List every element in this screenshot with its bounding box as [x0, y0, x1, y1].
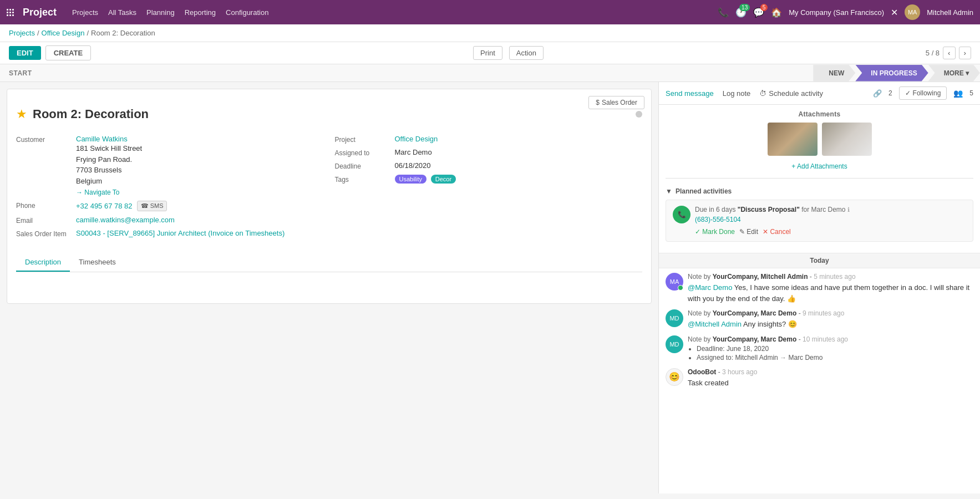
deadline-label: Deadline	[335, 161, 390, 170]
breadcrumb-projects[interactable]: Projects	[9, 29, 35, 37]
project-label: Project	[335, 135, 390, 144]
activity-title: "Discuss Proposal"	[738, 206, 800, 213]
mark-done-button[interactable]: ✓ Mark Done	[695, 228, 735, 236]
main-layout: $ Sales Order ★ Room 2: Decoration Custo…	[0, 82, 980, 493]
project-value[interactable]: Office Design	[395, 135, 438, 143]
log-avatar-1: MA	[666, 273, 683, 291]
log-body-2: @Mitchell Admin Any insights? 😊	[688, 319, 973, 330]
email-field: Email camille.watkins@example.com	[16, 216, 324, 225]
pagination: 5 / 8	[926, 49, 940, 57]
create-button[interactable]: CREATE	[45, 45, 91, 60]
menu-reporting[interactable]: Reporting	[185, 8, 216, 17]
edit-button[interactable]: EDIT	[9, 46, 41, 60]
log-entry-3: MD Note by YourCompany, Marc Demo - 10 m…	[666, 335, 973, 363]
assigned-to-field: Assigned to Marc Demo	[335, 148, 643, 157]
log-entry-4: 😊 OdooBot - 3 hours ago Task created	[666, 368, 973, 389]
stage-more[interactable]: MORE ▾	[928, 65, 980, 82]
start-button[interactable]: START	[9, 69, 32, 77]
username[interactable]: Mitchell Admin	[927, 8, 973, 17]
user-avatar[interactable]: MA	[905, 4, 920, 20]
company-selector[interactable]: My Company (San Francisco)	[789, 8, 884, 17]
email-value[interactable]: camille.watkins@example.com	[76, 216, 175, 224]
calendar-badge: 13	[739, 4, 750, 11]
close-icon[interactable]: ✕	[891, 7, 898, 18]
right-panel: Send message Log note ⏱ Schedule activit…	[658, 82, 980, 493]
change-item-1: Deadline: June 18, 2020	[697, 345, 973, 353]
attachment-2[interactable]	[822, 123, 872, 156]
task-title: Room 2: Decoration	[33, 107, 149, 121]
activity-card: 📞 Due in 6 days "Discuss Proposal" for M…	[666, 200, 973, 242]
navigate-to-link[interactable]: → Navigate To	[76, 189, 142, 196]
star-icon[interactable]: ★	[16, 107, 27, 121]
menu-projects[interactable]: Projects	[72, 8, 98, 17]
send-message-button[interactable]: Send message	[666, 89, 714, 98]
task-fields: Customer Camille Watkins 181 Swick Hill …	[16, 135, 642, 242]
log-note-button[interactable]: Log note	[723, 89, 751, 98]
customer-address-2: Frying Pan Road.	[76, 154, 142, 165]
cancel-activity-button[interactable]: ✕ Cancel	[763, 228, 791, 236]
log-meta-1: Note by YourCompany, Mitchell Admin - 5 …	[688, 273, 973, 281]
calendar-icon[interactable]: 🕐 13	[735, 7, 747, 18]
customer-address-1: 181 Swick Hill Street	[76, 143, 142, 154]
dollar-icon: $	[596, 99, 600, 106]
phone-icon[interactable]: 📞	[718, 7, 729, 18]
members-count: 5	[969, 89, 973, 97]
log-meta-3: Note by YourCompany, Marc Demo - 10 minu…	[688, 335, 973, 343]
log-content-2: Note by YourCompany, Marc Demo - 9 minut…	[688, 309, 973, 330]
phone-label: Phone	[16, 201, 72, 210]
sms-button[interactable]: ☎ SMS	[137, 201, 167, 211]
menu-planning[interactable]: Planning	[146, 8, 175, 17]
activity-due: Due in 6 days	[695, 206, 735, 213]
activity-header: 📞 Due in 6 days "Discuss Proposal" for M…	[673, 206, 966, 223]
attachments-title: Attachments	[666, 105, 973, 123]
task-card: $ Sales Order ★ Room 2: Decoration Custo…	[7, 89, 652, 304]
log-meta-4: OdooBot - 3 hours ago	[688, 368, 973, 376]
today-header: Today	[659, 253, 980, 268]
add-attachments-button[interactable]: + Add Attachments	[666, 160, 973, 176]
stage-new[interactable]: NEW	[813, 65, 855, 82]
change-item-2: Assigned to: Mitchell Admin → Marc Demo	[697, 354, 973, 361]
sales-order-item-value[interactable]: S00043 - [SERV_89665] Junior Architect (…	[76, 229, 285, 237]
clock-icon: ⏱	[759, 89, 766, 98]
tag-decor[interactable]: Decor	[431, 175, 456, 184]
tag-usability[interactable]: Usability	[395, 175, 427, 184]
phone-field: Phone +32 495 67 78 82 ☎ SMS	[16, 201, 324, 211]
apps-menu-icon[interactable]	[7, 9, 14, 16]
customer-name[interactable]: Camille Watkins	[76, 135, 142, 143]
members-icon: 👥	[953, 89, 963, 98]
menu-configuration[interactable]: Configuration	[226, 8, 268, 17]
breadcrumb-office-design[interactable]: Office Design	[42, 29, 85, 37]
deadline-value: 06/18/2020	[395, 161, 431, 170]
settings-icon[interactable]: 🏠	[771, 7, 782, 18]
log-time-1: 5 minutes ago	[814, 273, 855, 281]
chat-icon[interactable]: 💬 5	[753, 7, 764, 18]
task-tabs: Description Timesheets	[16, 253, 642, 272]
log-author-1: YourCompany, Mitchell Admin	[713, 273, 808, 281]
link-icon: 🔗	[873, 89, 882, 98]
prev-button[interactable]: ‹	[943, 47, 955, 59]
chatter-body: Attachments + Add Attachments ▼ Planned …	[659, 105, 980, 493]
sales-order-button[interactable]: $ Sales Order	[588, 96, 644, 109]
menu-all-tasks[interactable]: All Tasks	[108, 8, 136, 17]
customer-label: Customer	[16, 135, 72, 144]
tags-field: Tags Usability Decor	[335, 175, 643, 184]
top-menu: Projects All Tasks Planning Reporting Co…	[72, 8, 268, 17]
action-button[interactable]: Action	[509, 46, 544, 60]
following-button[interactable]: ✓ Following	[899, 86, 947, 100]
stage-pipeline: NEW IN PROGRESS MORE ▾	[813, 65, 980, 82]
edit-activity-button[interactable]: ✎ Edit	[739, 228, 758, 236]
attachment-1[interactable]	[768, 123, 817, 156]
tab-content	[16, 272, 642, 294]
chatter-right: 🔗 2 ✓ Following 👥 5	[873, 86, 973, 100]
tab-description[interactable]: Description	[16, 253, 70, 272]
task-status-dot	[636, 111, 642, 118]
print-button[interactable]: Print	[473, 46, 502, 60]
stage-in-progress[interactable]: IN PROGRESS	[855, 65, 928, 82]
log-time-3: 10 minutes ago	[803, 335, 848, 343]
phone-value[interactable]: +32 495 67 78 82	[76, 202, 133, 210]
schedule-activity-button[interactable]: ⏱ Schedule activity	[759, 89, 823, 98]
info-icon[interactable]: ℹ	[847, 206, 850, 213]
activity-phone[interactable]: (683)-556-5104	[695, 216, 966, 223]
tab-timesheets[interactable]: Timesheets	[70, 253, 125, 272]
next-button[interactable]: ›	[959, 47, 971, 59]
